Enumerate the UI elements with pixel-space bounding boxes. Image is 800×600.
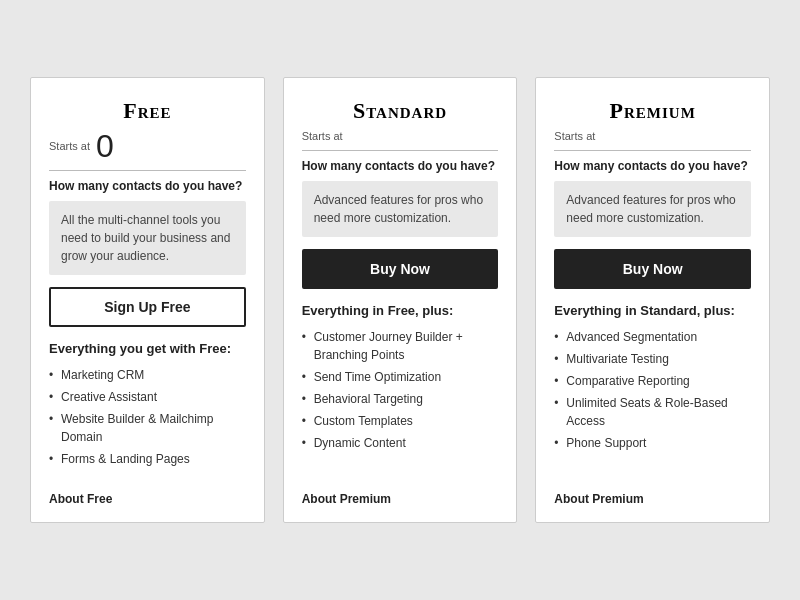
description-box-premium: Advanced features for pros who need more… — [554, 181, 751, 237]
card-title-premium: Premium — [554, 98, 751, 124]
list-item: Custom Templates — [302, 410, 499, 432]
list-item: Multivariate Testing — [554, 348, 751, 370]
divider-standard — [302, 150, 499, 151]
cta-button-premium[interactable]: Buy Now — [554, 249, 751, 289]
pricing-cards-container: FreeStarts at0How many contacts do you h… — [30, 77, 770, 523]
description-box-free: All the multi-channel tools you need to … — [49, 201, 246, 275]
starts-at-row-free: Starts at0 — [49, 130, 246, 162]
features-heading-premium: Everything in Standard, plus: — [554, 303, 751, 318]
list-item: Marketing CRM — [49, 364, 246, 386]
about-link-premium[interactable]: About Premium — [554, 484, 751, 506]
divider-free — [49, 170, 246, 171]
starts-at-row-standard: Starts at — [302, 130, 499, 142]
features-list-free: Marketing CRMCreative AssistantWebsite B… — [49, 364, 246, 470]
contacts-label-free: How many contacts do you have? — [49, 179, 246, 193]
starts-at-label-standard: Starts at — [302, 130, 343, 142]
features-heading-standard: Everything in Free, plus: — [302, 303, 499, 318]
features-heading-free: Everything you get with Free: — [49, 341, 246, 356]
list-item: Phone Support — [554, 432, 751, 454]
list-item: Advanced Segmentation — [554, 326, 751, 348]
list-item: Website Builder & Mailchimp Domain — [49, 408, 246, 448]
list-item: Behavioral Targeting — [302, 388, 499, 410]
features-list-standard: Customer Journey Builder + Branching Poi… — [302, 326, 499, 470]
about-link-standard[interactable]: About Premium — [302, 484, 499, 506]
about-link-free[interactable]: About Free — [49, 484, 246, 506]
starts-at-label-premium: Starts at — [554, 130, 595, 142]
pricing-card-standard: StandardStarts atHow many contacts do yo… — [283, 77, 518, 523]
starts-at-row-premium: Starts at — [554, 130, 751, 142]
list-item: Dynamic Content — [302, 432, 499, 454]
list-item: Send Time Optimization — [302, 366, 499, 388]
list-item: Comparative Reporting — [554, 370, 751, 392]
starts-at-label-free: Starts at — [49, 140, 90, 152]
contacts-label-standard: How many contacts do you have? — [302, 159, 499, 173]
price-value-free: 0 — [96, 130, 114, 162]
list-item: Unlimited Seats & Role-Based Access — [554, 392, 751, 432]
pricing-card-premium: PremiumStarts atHow many contacts do you… — [535, 77, 770, 523]
features-list-premium: Advanced SegmentationMultivariate Testin… — [554, 326, 751, 470]
cta-button-standard[interactable]: Buy Now — [302, 249, 499, 289]
cta-button-free[interactable]: Sign Up Free — [49, 287, 246, 327]
contacts-label-premium: How many contacts do you have? — [554, 159, 751, 173]
pricing-card-free: FreeStarts at0How many contacts do you h… — [30, 77, 265, 523]
divider-premium — [554, 150, 751, 151]
description-box-standard: Advanced features for pros who need more… — [302, 181, 499, 237]
list-item: Customer Journey Builder + Branching Poi… — [302, 326, 499, 366]
card-title-standard: Standard — [302, 98, 499, 124]
list-item: Forms & Landing Pages — [49, 448, 246, 470]
card-title-free: Free — [49, 98, 246, 124]
list-item: Creative Assistant — [49, 386, 246, 408]
